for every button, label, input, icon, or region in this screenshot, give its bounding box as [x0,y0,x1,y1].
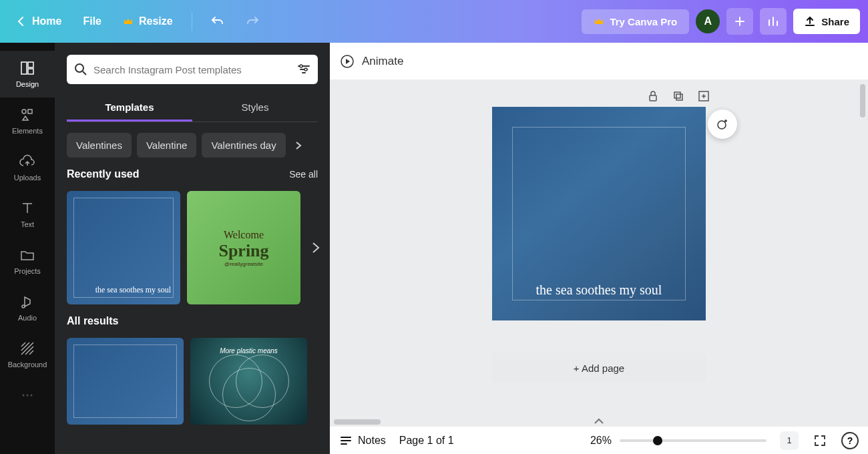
avatar[interactable]: A [696,9,720,33]
page-count-button[interactable]: 1 [780,431,799,450]
page-indicator-text[interactable]: Page 1 of 1 [399,435,454,447]
add-page-button[interactable]: + Add page [492,353,706,383]
rail-label: Uploads [14,174,41,182]
left-rail: Design Elements Uploads Text Projects [0,43,55,454]
background-icon [19,340,35,357]
redo-button[interactable] [238,9,267,33]
svg-point-5 [22,305,25,308]
comment-fab[interactable] [708,109,737,139]
svg-rect-0 [21,62,27,74]
pages-expand-handle[interactable] [594,418,604,425]
rail-background[interactable]: Background [0,331,55,378]
template-thumb-plastic[interactable]: More plastic means [190,338,307,425]
thumb-spring-word: Spring [218,241,268,261]
svg-point-3 [22,109,26,114]
templates-panel: Templates Styles Valentines Valentine Va… [55,43,330,454]
template-thumb-sea[interactable]: the sea soothes my soul [67,191,180,304]
all-thumbs: More plastic means [67,338,318,425]
template-thumb-sea-2[interactable] [67,338,184,425]
search-row [67,55,318,84]
chips-scroll-right[interactable] [291,138,306,153]
add-page-icon[interactable] [697,89,710,103]
zoom-controls: 26% [590,435,767,447]
rail-uploads[interactable]: Uploads [0,144,55,191]
recent-title: Recently used [67,168,139,180]
recent-see-all[interactable]: See all [289,169,318,180]
tab-styles[interactable]: Styles [192,95,318,122]
svg-rect-4 [28,109,32,114]
animate-button[interactable]: Animate [339,53,403,69]
chip-valentines[interactable]: Valentines [67,133,132,158]
design-canvas[interactable]: the sea soothes my soul [492,107,706,320]
fullscreen-button[interactable] [812,433,828,449]
body: Design Elements Uploads Text Projects [0,43,868,454]
resize-button[interactable]: Resize [115,10,181,33]
chevron-left-icon [16,16,27,27]
rail-label: Text [21,220,34,228]
canvas-text[interactable]: the sea soothes my soul [492,282,706,298]
rail-label: Elements [12,127,43,135]
stage-wrap: the sea soothes my soul + Add page [330,80,868,426]
zoom-slider[interactable] [620,439,767,442]
template-thumb-spring[interactable]: Welcome Spring @reallygreatsite [187,191,300,304]
home-button[interactable]: Home [8,10,69,33]
tab-templates[interactable]: Templates [67,95,192,122]
uploads-icon [19,154,35,170]
svg-rect-13 [650,95,656,101]
elements-icon [19,107,35,123]
undo-button[interactable] [203,9,232,33]
sparkle-icon [715,117,730,132]
rail-elements[interactable]: Elements [0,97,55,144]
all-title: All results [67,315,118,327]
share-button[interactable]: Share [793,9,860,34]
rail-label: Projects [14,267,41,275]
recent-scroll-right[interactable] [310,242,322,254]
recent-head: Recently used See all [67,168,318,180]
notes-button[interactable]: Notes [339,434,386,447]
animate-label: Animate [362,55,403,68]
zoom-value[interactable]: 26% [590,435,612,447]
thumb-spring-welcome: Welcome [224,229,264,241]
rail-projects[interactable]: Projects [0,238,55,284]
panel-tabs: Templates Styles [67,95,318,122]
lock-icon[interactable] [646,89,660,103]
svg-rect-15 [676,94,682,100]
notes-icon [339,434,353,447]
text-icon [19,200,35,216]
svg-rect-2 [28,69,33,74]
help-button[interactable]: ? [841,432,859,449]
insights-button[interactable] [760,8,787,35]
rail-audio[interactable]: Audio [0,284,55,331]
plastic-rings [190,338,307,425]
design-icon [19,60,35,76]
search-input[interactable] [93,64,291,75]
svg-point-9 [75,64,83,72]
topbar-left-group: Home File Resize [8,9,267,33]
duplicate-icon[interactable] [672,89,685,103]
chip-valentine[interactable]: Valentine [137,133,196,158]
separator [192,12,192,31]
chip-valentines-day[interactable]: Valentines day [202,133,285,158]
try-pro-button[interactable]: Try Canva Pro [582,9,689,34]
filter-icon[interactable] [296,62,311,77]
chart-icon [767,15,780,28]
rail-more[interactable] [0,378,55,413]
rail-label: Background [8,361,47,369]
bottom-bar: Notes Page 1 of 1 26% 1 ? [330,426,868,454]
vertical-scrollbar[interactable] [859,80,867,426]
svg-point-11 [304,68,307,71]
rail-label: Design [16,80,39,88]
thumb-spring-handle: @reallygreatsite [224,261,263,267]
undo-icon [211,15,224,28]
zoom-slider-handle[interactable] [653,436,662,445]
svg-point-6 [23,395,25,397]
rail-text[interactable]: Text [0,191,55,238]
share-label: Share [821,16,849,27]
add-member-button[interactable] [726,8,753,35]
notes-label: Notes [358,435,386,447]
animate-icon [339,53,355,69]
audio-icon [19,294,35,310]
file-button[interactable]: File [75,10,110,33]
upload-icon [804,15,816,27]
rail-design[interactable]: Design [0,51,55,97]
